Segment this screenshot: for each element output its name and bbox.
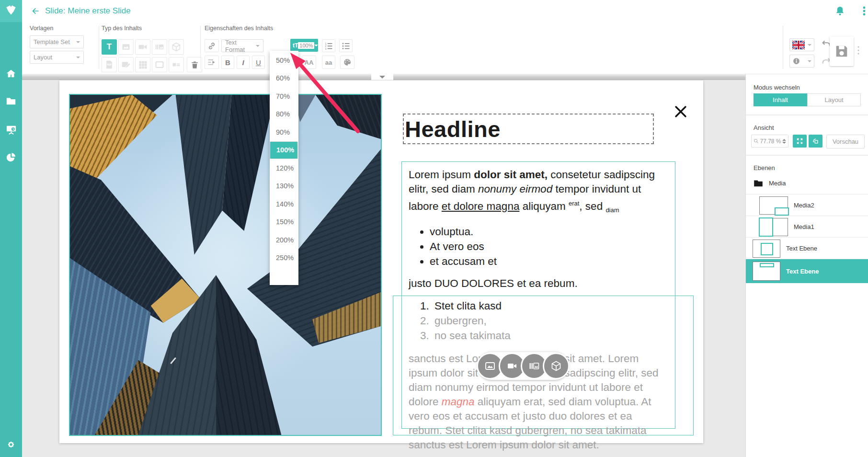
tab-layout[interactable]: Layout [807, 93, 861, 106]
text-run: , sed [579, 200, 605, 212]
top-header: Slide: Meine erste Slide [22, 0, 868, 22]
rotate-view-button[interactable] [809, 135, 822, 148]
indent-icon [207, 58, 216, 67]
list-text: Stet clita kasd [434, 300, 502, 312]
font-size-option[interactable]: 90% [270, 123, 298, 141]
font-size-option[interactable]: 130% [270, 177, 298, 195]
content-type-pdf-button[interactable]: PDF [102, 57, 117, 72]
chevron-down-icon [76, 41, 80, 43]
font-size-option[interactable]: 140% [270, 195, 298, 213]
content-type-gallery-button[interactable] [152, 39, 167, 55]
layer-row-media1[interactable]: Media1 [746, 216, 868, 238]
layer-name: Text Ebene [786, 268, 819, 275]
sidebar-item-files[interactable] [5, 95, 17, 107]
ordered-list-button[interactable]: 123 [322, 39, 335, 52]
numbered-list-icon: 123 [324, 42, 333, 50]
template-set-select[interactable]: Template Set [30, 35, 84, 48]
thumb-region [759, 217, 773, 237]
paragraph-1: Lorem ipsum dolor sit amet, consetetur s… [409, 168, 668, 217]
layer-name: Media1 [794, 223, 814, 230]
uppercase-button[interactable]: AA [302, 56, 316, 69]
content-type-3d-button[interactable] [169, 39, 184, 55]
layer-folder-row[interactable]: Media [746, 174, 868, 192]
toolbar-collapse-tab[interactable] [371, 74, 393, 80]
content-type-listitem-button[interactable] [169, 57, 184, 72]
italic-label: I [242, 58, 244, 67]
indent-button[interactable] [205, 56, 219, 69]
zoom-level-field[interactable]: 77.78 % [751, 135, 788, 148]
page-title: Slide: Meine erste Slide [45, 6, 131, 16]
back-button[interactable] [31, 6, 40, 16]
content-type-image-button[interactable] [118, 39, 134, 55]
bold-button[interactable]: B [221, 56, 234, 69]
vorschau-button[interactable]: Vorschau [826, 135, 865, 149]
font-size-icon: tT [293, 42, 298, 49]
zoom-level-value: 77.78 % [759, 138, 782, 145]
text-format-select[interactable]: Text Format [221, 39, 263, 52]
unordered-list-button[interactable] [339, 39, 353, 52]
zoom-stepper[interactable] [782, 139, 786, 144]
media-gallery-icon [528, 360, 540, 372]
media-gallery-icon [155, 42, 164, 52]
font-size-option[interactable]: 120% [270, 159, 298, 177]
save-button[interactable] [830, 36, 854, 66]
image-icon [121, 42, 131, 52]
font-size-option[interactable]: 250% [270, 249, 298, 267]
save-menu-handle[interactable] [857, 45, 860, 57]
drag-dots-icon [857, 45, 860, 56]
link-button[interactable] [205, 39, 219, 52]
close-layer-button[interactable] [674, 104, 688, 119]
text-run-italic: nonumy eirmod [478, 183, 552, 195]
text-run-bold: dolor sit amet, [474, 169, 548, 181]
font-size-option[interactable]: 200% [270, 231, 298, 249]
info-icon [792, 57, 800, 65]
header-menu-button[interactable] [859, 6, 868, 18]
font-size-option[interactable]: 150% [270, 213, 298, 231]
eigenschaften-label: Eigenschaften des Inhalts [205, 25, 273, 32]
paragraph-2: justo DUO DOLORES et ea rebum. [409, 276, 668, 291]
layout-select[interactable]: Layout [30, 51, 84, 64]
sidebar-item-analytics[interactable] [5, 151, 17, 163]
add-3d-button[interactable] [543, 353, 570, 379]
content-type-frame-button[interactable] [152, 57, 167, 72]
font-size-option[interactable]: 60% [270, 69, 298, 88]
content-type-form-button[interactable] [118, 57, 134, 72]
panel-divider [746, 114, 868, 115]
fit-to-screen-button[interactable] [793, 135, 807, 148]
layer-row-text-ebene-1[interactable]: Text Ebene [746, 237, 868, 259]
notifications-button[interactable] [834, 5, 845, 18]
sidebar-item-home[interactable] [5, 68, 17, 80]
sidebar-item-settings[interactable] [5, 439, 17, 450]
font-size-option[interactable]: 50% [270, 51, 298, 69]
font-size-option[interactable]: 70% [270, 87, 298, 105]
chevron-down-icon [256, 45, 260, 47]
layer-row-media2[interactable]: Media2 [746, 194, 868, 216]
thumb-region [775, 207, 789, 216]
font-size-option[interactable]: 80% [270, 105, 298, 124]
lowercase-button[interactable]: aa [322, 56, 335, 69]
font-size-option-selected[interactable]: 100% [270, 141, 298, 160]
list-item-icon [171, 60, 181, 69]
bullet-item: At vero eos [430, 239, 668, 254]
app-logo[interactable] [0, 0, 22, 22]
layer-row-text-ebene-2-selected[interactable]: Text Ebene [746, 259, 868, 283]
headline-layer[interactable]: Headline [403, 114, 654, 144]
text-format-value: Text Format [225, 39, 256, 53]
underline-button[interactable]: U [252, 56, 265, 69]
font-size-select[interactable]: tT 100% [290, 39, 318, 52]
info-select[interactable] [789, 55, 814, 68]
typ-des-inhalts-label: Typ des Inhalts [102, 25, 142, 32]
video-camera-icon [138, 42, 148, 52]
italic-button[interactable]: I [237, 56, 250, 69]
content-type-table-button[interactable] [135, 57, 150, 72]
frame-icon [155, 60, 164, 69]
media-layer-photo[interactable] [69, 94, 382, 436]
content-type-text-button[interactable]: T [102, 39, 117, 55]
language-select[interactable] [789, 38, 814, 51]
numbered-item: 2.gubergren, [420, 313, 668, 328]
sidebar-item-presentations[interactable] [5, 124, 17, 135]
tab-inhalt[interactable]: Inhalt [754, 93, 807, 106]
text-layer[interactable]: Lorem ipsum dolor sit amet, consetetur s… [401, 161, 675, 429]
content-type-video-button[interactable] [135, 39, 150, 55]
text-color-button[interactable] [340, 56, 354, 69]
